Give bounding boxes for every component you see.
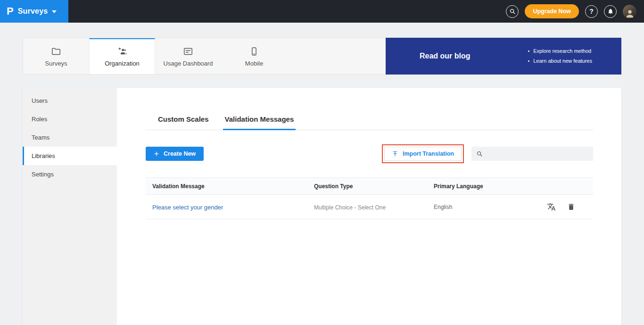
- sidebar-item-users[interactable]: Users: [23, 92, 117, 110]
- product-switcher[interactable]: P Surveys: [0, 0, 68, 23]
- upload-icon: [392, 150, 398, 157]
- import-translation-button[interactable]: Import Translation: [384, 147, 462, 161]
- sidebar-item-roles[interactable]: Roles: [23, 110, 117, 128]
- bell-icon: [607, 8, 614, 15]
- blog-banner[interactable]: Read our blog Explore research method Le…: [386, 38, 621, 75]
- group-add-icon: [116, 46, 128, 57]
- import-translation-label: Import Translation: [403, 150, 454, 157]
- nav-tab-label: Organization: [105, 60, 140, 67]
- banner-bullet: Explore research method: [528, 46, 592, 56]
- toolbar-right: Import Translation: [382, 144, 593, 163]
- create-new-button[interactable]: Create New: [146, 147, 204, 161]
- nav-tab-organization[interactable]: Organization: [89, 38, 155, 74]
- product-name: Surveys: [18, 7, 48, 16]
- nav-tab-surveys[interactable]: Surveys: [23, 38, 89, 74]
- sidebar-item-libraries[interactable]: Libraries: [23, 147, 117, 165]
- upgrade-now-button[interactable]: Upgrade Now: [525, 4, 579, 18]
- nav-tab-label: Mobile: [245, 60, 263, 67]
- table-header-row: Validation Message Question Type Primary…: [146, 177, 593, 195]
- topbar-actions: Upgrade Now ?: [506, 4, 644, 18]
- notifications-button[interactable]: [604, 5, 617, 18]
- sidebar-item-teams[interactable]: Teams: [23, 128, 117, 147]
- validation-messages-table: Validation Message Question Type Primary…: [146, 177, 593, 219]
- content-tabs: Custom Scales Validation Messages: [146, 111, 593, 130]
- nav-tab-label: Surveys: [45, 60, 67, 67]
- main-panel: Users Roles Teams Libraries Settings Cus…: [23, 88, 621, 325]
- content-area: Custom Scales Validation Messages Create…: [117, 88, 621, 325]
- chevron-down-icon: [52, 10, 57, 13]
- mobile-icon: [249, 46, 259, 57]
- toolbar: Create New Import Translation: [146, 144, 593, 163]
- trash-icon[interactable]: [567, 203, 575, 211]
- banner-title: Read our blog: [420, 52, 471, 60]
- dashboard-icon: [183, 46, 193, 57]
- column-header: Validation Message: [152, 183, 314, 190]
- table-search: [471, 147, 593, 161]
- nav-tab-label: Usage Dashboard: [164, 60, 213, 67]
- column-header: Question Type: [314, 183, 434, 190]
- nav-tabs: Surveys Organization Usage Dashboard Mob…: [23, 38, 386, 75]
- tab-validation-messages[interactable]: Validation Messages: [223, 111, 296, 130]
- search-input[interactable]: [487, 150, 588, 158]
- validation-message-link[interactable]: Please select your gender: [152, 204, 223, 211]
- sidebar: Users Roles Teams Libraries Settings: [23, 88, 117, 325]
- question-type-cell: Multiple Choice - Select One: [314, 204, 386, 211]
- annotation-highlight: Import Translation: [382, 144, 464, 163]
- primary-nav: Surveys Organization Usage Dashboard Mob…: [23, 38, 621, 75]
- nav-tab-usage-dashboard[interactable]: Usage Dashboard: [155, 38, 221, 74]
- table-row: Please select your gender Multiple Choic…: [146, 195, 593, 219]
- column-header: Primary Language: [434, 183, 586, 190]
- primary-language-cell: English: [434, 204, 452, 210]
- help-button[interactable]: ?: [585, 5, 598, 18]
- row-actions: [547, 202, 586, 211]
- translate-icon[interactable]: [547, 202, 556, 211]
- search-icon: [476, 150, 483, 157]
- create-new-label: Create New: [164, 150, 196, 157]
- person-icon: [625, 8, 635, 18]
- banner-bullets: Explore research method Learn about new …: [528, 46, 592, 67]
- avatar[interactable]: [623, 5, 636, 18]
- search-icon: [509, 8, 516, 15]
- folder-icon: [51, 46, 61, 57]
- topbar: P Surveys Upgrade Now ?: [0, 0, 644, 23]
- tab-custom-scales[interactable]: Custom Scales: [156, 111, 211, 130]
- search-button[interactable]: [506, 5, 519, 18]
- sidebar-item-settings[interactable]: Settings: [23, 165, 117, 183]
- brand-logo: P: [7, 5, 14, 17]
- nav-tab-mobile[interactable]: Mobile: [221, 38, 287, 74]
- plus-icon: [154, 151, 159, 157]
- banner-bullet: Learn about new features: [528, 56, 592, 66]
